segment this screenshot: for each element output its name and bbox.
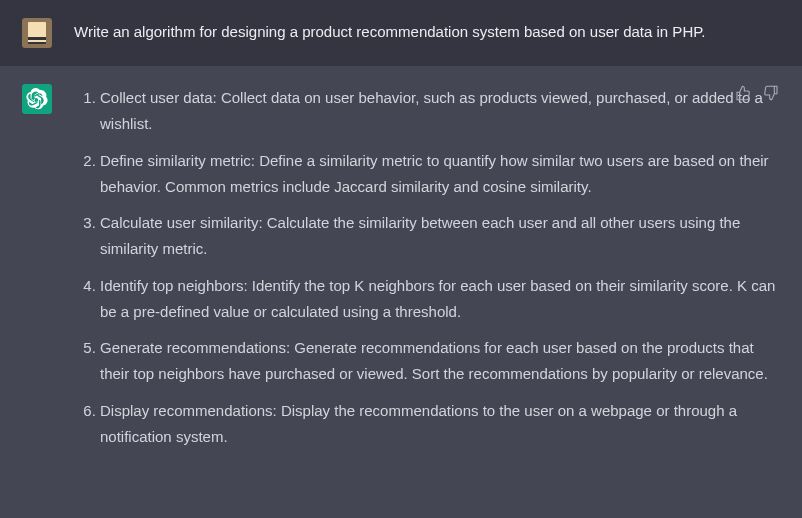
assistant-response: Collect user data: Collect data on user … — [74, 84, 780, 460]
thumbs-up-button[interactable] — [734, 84, 752, 102]
user-message: Write an algorithm for designing a produ… — [0, 0, 802, 66]
thumbs-down-button[interactable] — [762, 84, 780, 102]
list-item: Generate recommendations: Generate recom… — [100, 335, 780, 388]
list-item: Collect user data: Collect data on user … — [100, 85, 780, 138]
assistant-message: Collect user data: Collect data on user … — [0, 66, 802, 478]
thumbs-down-icon — [763, 85, 779, 101]
assistant-avatar — [22, 84, 52, 114]
feedback-buttons — [734, 84, 780, 102]
list-item: Display recommendations: Display the rec… — [100, 398, 780, 451]
steps-list: Collect user data: Collect data on user … — [74, 85, 780, 450]
openai-logo-icon — [26, 88, 48, 110]
list-item: Calculate user similarity: Calculate the… — [100, 210, 780, 263]
list-item: Identify top neighbors: Identify the top… — [100, 273, 780, 326]
thumbs-up-icon — [735, 85, 751, 101]
pencil-icon — [28, 22, 46, 44]
list-item: Define similarity metric: Define a simil… — [100, 148, 780, 201]
user-prompt-text: Write an algorithm for designing a produ… — [74, 18, 780, 48]
user-avatar — [22, 18, 52, 48]
